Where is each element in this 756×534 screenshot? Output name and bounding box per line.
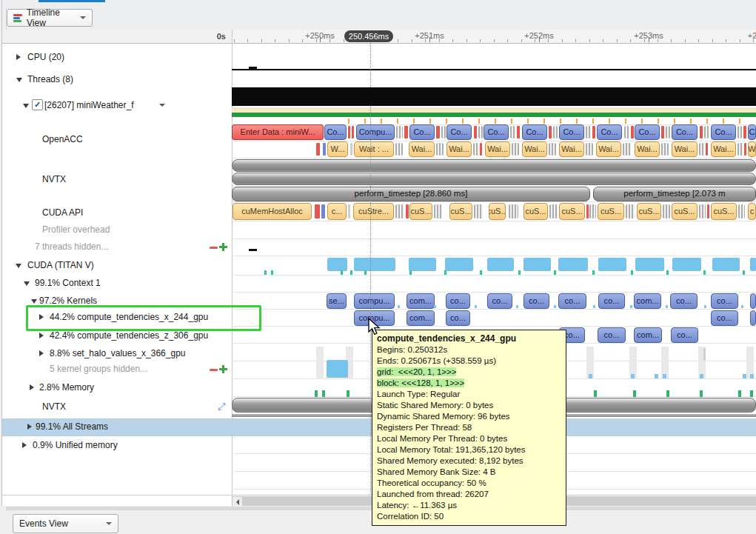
remove-filter-icon[interactable] bbox=[210, 247, 218, 249]
ruler-tick-label: +2 bbox=[748, 31, 756, 40]
ruler-tick-label: +253ms bbox=[634, 31, 663, 40]
ruler-minor-tick bbox=[289, 39, 290, 42]
sidebar-item-label: NVTX bbox=[42, 401, 66, 412]
ruler-minor-tick bbox=[712, 39, 713, 42]
ruler-minor-tick bbox=[234, 39, 235, 42]
sidebar-item-7-threads-hidden[interactable]: 7 threads hidden... bbox=[0, 238, 230, 255]
ruler-minor-tick bbox=[617, 39, 618, 42]
tooltip-title: compute_tendencies_x_244_gpu bbox=[377, 333, 561, 344]
collapse-arrow-icon[interactable] bbox=[16, 264, 21, 268]
sidebar-item-label: OpenACC bbox=[42, 134, 83, 144]
ruler-minor-tick bbox=[630, 39, 631, 42]
events-view-label: Events View bbox=[19, 518, 68, 529]
sidebar-item-nvtx[interactable]: NVTX⤢ bbox=[0, 398, 230, 415]
ruler-minor-tick bbox=[589, 39, 590, 42]
sidebar-item-99-1-context-1[interactable]: 99.1% Context 1 bbox=[0, 275, 230, 291]
ruler-minor-tick bbox=[562, 39, 563, 42]
expand-row-icon[interactable]: ⤢ bbox=[218, 401, 225, 413]
expand-arrow-icon[interactable] bbox=[30, 384, 34, 390]
ruler-minor-tick bbox=[247, 39, 248, 42]
remove-filter-icon[interactable] bbox=[210, 369, 218, 371]
tooltip-line: Theoretical occupancy: 50 % bbox=[377, 478, 561, 489]
ruler-tick-label: +250ms bbox=[305, 31, 334, 40]
tooltip-line: Shared Memory executed: 8,192 bytes bbox=[377, 455, 561, 467]
ruler-minor-tick bbox=[466, 39, 467, 42]
collapse-arrow-icon[interactable] bbox=[16, 78, 22, 82]
tooltip-line: Correlation ID: 50 bbox=[377, 511, 561, 522]
add-filter-icon[interactable] bbox=[219, 365, 227, 373]
kernel-tooltip: compute_tendencies_x_244_gpu Begins: 0.2… bbox=[372, 330, 566, 526]
ruler-minor-tick bbox=[398, 39, 398, 42]
ruler-minor-tick bbox=[480, 39, 481, 42]
ruler-minor-tick bbox=[575, 39, 576, 42]
expand-arrow-icon[interactable] bbox=[27, 424, 32, 430]
add-filter-icon[interactable] bbox=[219, 243, 227, 251]
tooltip-line: Dynamic Shared Memory: 96 bytes bbox=[377, 411, 561, 422]
ruler-minor-tick bbox=[603, 39, 603, 42]
tooltip-line: Shared Memory Bank Size: 4 B bbox=[377, 467, 561, 478]
ruler-minor-tick bbox=[671, 39, 672, 42]
tooltip-line: Ends: 0.250671s (+358.559 µs) bbox=[377, 356, 561, 367]
sidebar-item-2-8-memory[interactable]: 2.8% Memory bbox=[0, 379, 230, 396]
tooltip-line: Launch Type: Regular bbox=[377, 389, 561, 400]
tooltip-line: block: <<<128, 1, 1>>> bbox=[377, 378, 561, 389]
tooltip-line: Static Shared Memory: 0 bytes bbox=[377, 400, 561, 411]
sidebar-item-label: CUDA API bbox=[42, 207, 83, 218]
sidebar-item-cpu-20[interactable]: CPU (20) bbox=[0, 49, 230, 65]
sidebar-item-label: CPU (20) bbox=[27, 52, 64, 62]
collapse-arrow-icon[interactable] bbox=[24, 281, 30, 286]
sidebar-item-label: 99.1% All Streams bbox=[36, 421, 108, 432]
sidebar-item-threads-8[interactable]: Threads (8) bbox=[0, 71, 230, 87]
cursor-time-badge: 250.456ms bbox=[344, 30, 393, 42]
ruler-minor-tick bbox=[412, 39, 412, 42]
events-view-dropdown[interactable]: Events View bbox=[13, 514, 118, 533]
ruler-minor-tick bbox=[452, 39, 453, 42]
timeline-ruler[interactable]: +250ms+251ms+252ms+253ms+2 bbox=[232, 30, 756, 44]
ruler-minor-tick bbox=[261, 39, 262, 42]
ruler-minor-tick bbox=[740, 39, 740, 42]
tooltip-line: grid: <<<20, 1, 1>>> bbox=[377, 367, 561, 378]
sidebar-item-99-1-all-streams[interactable]: 99.1% All Streams bbox=[0, 418, 230, 435]
collapse-arrow-icon[interactable] bbox=[31, 299, 37, 304]
chevron-down-icon bbox=[106, 522, 112, 525]
sidebar-item-label: 8.8% set_halo_values_x_366_gpu bbox=[50, 348, 185, 358]
sidebar-item-nvtx[interactable]: NVTX bbox=[0, 171, 230, 187]
left-arrow-icon bbox=[236, 499, 239, 505]
sidebar-item-label: 7 threads hidden... bbox=[35, 241, 108, 252]
timeline-row-tree: CPU (20)Threads (8)✓[26207] miniWeather_… bbox=[0, 0, 232, 534]
sidebar-item-openacc[interactable]: OpenACC bbox=[0, 131, 230, 147]
sidebar-item-cuda-api[interactable]: CUDA API bbox=[0, 204, 230, 221]
ruler-minor-tick bbox=[521, 39, 522, 42]
tooltip-line: Registers Per Thread: 58 bbox=[377, 422, 561, 433]
tooltip-line: Begins: 0.250312s bbox=[377, 344, 561, 356]
sidebar-item-5-kernel-groups-hidden[interactable]: 5 kernel groups hidden... bbox=[0, 361, 230, 377]
sidebar-item-label: 5 kernel groups hidden... bbox=[50, 364, 147, 374]
ruler-minor-tick bbox=[275, 39, 275, 42]
collapse-arrow-icon[interactable] bbox=[23, 104, 29, 108]
sidebar-item-8-8-set-halo-values-x-366-gpu[interactable]: 8.8% set_halo_values_x_366_gpu bbox=[0, 345, 230, 361]
sidebar-item-label: Profiler overhead bbox=[42, 224, 110, 235]
sidebar-item-label: CUDA (TITAN V) bbox=[27, 260, 94, 270]
ruler-minor-tick bbox=[494, 39, 495, 42]
expand-arrow-icon[interactable] bbox=[16, 54, 21, 60]
expand-arrow-icon[interactable] bbox=[39, 333, 44, 338]
sidebar-item-cuda-titan-v[interactable]: CUDA (TITAN V) bbox=[0, 257, 230, 273]
sidebar-item-label: NVTX bbox=[42, 174, 66, 184]
tooltip-line: Latency: ←11.363 µs bbox=[377, 500, 561, 511]
sidebar-item-0-9-unified-memory[interactable]: 0.9% Unified memory bbox=[0, 437, 230, 453]
tooltip-line: Local Memory Per Thread: 0 bytes bbox=[377, 433, 561, 444]
selected-row-highlight-box bbox=[26, 305, 261, 331]
sidebar-item-label: 2.8% Memory bbox=[39, 382, 94, 393]
thread-options-caret[interactable] bbox=[159, 104, 165, 107]
ruler-minor-tick bbox=[698, 39, 699, 42]
ruler-minor-tick bbox=[507, 39, 508, 42]
expand-arrow-icon[interactable] bbox=[22, 442, 27, 448]
sidebar-item-profiler-overhead[interactable]: Profiler overhead bbox=[0, 221, 230, 238]
expand-arrow-icon[interactable] bbox=[39, 350, 44, 356]
tooltip-line: Local Memory Total: 191,365,120 bytes bbox=[377, 444, 561, 455]
sidebar-item-label: 99.1% Context 1 bbox=[35, 278, 101, 288]
ruler-tick-label: +252ms bbox=[524, 31, 553, 40]
sidebar-item-26207-miniweather-f[interactable]: ✓[26207] miniWeather_f bbox=[0, 97, 230, 113]
sidebar-timeline-separator bbox=[232, 30, 233, 506]
thread-checkbox[interactable]: ✓ bbox=[32, 99, 43, 110]
